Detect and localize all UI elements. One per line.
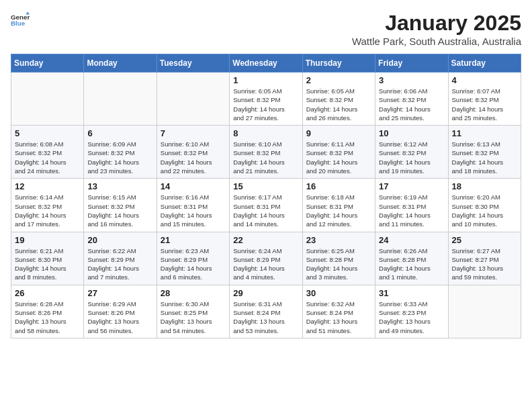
weekday-header-row: SundayMondayTuesdayWednesdayThursdayFrid… <box>11 54 521 73</box>
day-number: 13 <box>87 181 152 191</box>
day-number: 1 <box>233 75 298 85</box>
day-info: Sunrise: 6:11 AM Sunset: 8:32 PM Dayligh… <box>306 140 371 175</box>
calendar-cell: 25Sunrise: 6:27 AM Sunset: 8:27 PM Dayli… <box>448 232 521 285</box>
day-number: 23 <box>306 235 371 245</box>
day-number: 10 <box>379 128 444 138</box>
day-number: 22 <box>233 235 298 245</box>
day-info: Sunrise: 6:16 AM Sunset: 8:31 PM Dayligh… <box>161 193 226 228</box>
calendar-cell: 8Sunrise: 6:10 AM Sunset: 8:32 PM Daylig… <box>230 126 302 179</box>
logo-icon: General Blue <box>11 11 30 30</box>
calendar-cell: 30Sunrise: 6:32 AM Sunset: 8:24 PM Dayli… <box>302 285 375 338</box>
day-number: 3 <box>379 75 444 85</box>
calendar-cell: 28Sunrise: 6:30 AM Sunset: 8:25 PM Dayli… <box>157 285 229 338</box>
day-info: Sunrise: 6:33 AM Sunset: 8:23 PM Dayligh… <box>379 300 444 335</box>
day-info: Sunrise: 6:09 AM Sunset: 8:32 PM Dayligh… <box>87 140 152 175</box>
day-info: Sunrise: 6:12 AM Sunset: 8:32 PM Dayligh… <box>379 140 444 175</box>
day-number: 24 <box>379 235 444 245</box>
day-number: 5 <box>15 128 80 138</box>
day-number: 27 <box>87 288 152 298</box>
day-info: Sunrise: 6:21 AM Sunset: 8:30 PM Dayligh… <box>15 246 80 282</box>
day-number: 14 <box>161 181 226 191</box>
day-number: 20 <box>87 235 152 245</box>
day-info: Sunrise: 6:14 AM Sunset: 8:32 PM Dayligh… <box>15 193 80 228</box>
day-number: 4 <box>452 75 517 85</box>
day-number: 18 <box>452 181 517 191</box>
day-info: Sunrise: 6:28 AM Sunset: 8:26 PM Dayligh… <box>15 300 80 335</box>
calendar-cell: 10Sunrise: 6:12 AM Sunset: 8:32 PM Dayli… <box>375 126 448 179</box>
day-info: Sunrise: 6:31 AM Sunset: 8:24 PM Dayligh… <box>233 300 298 335</box>
day-number: 9 <box>306 128 371 138</box>
day-info: Sunrise: 6:13 AM Sunset: 8:32 PM Dayligh… <box>452 140 517 175</box>
week-row-2: 5Sunrise: 6:08 AM Sunset: 8:32 PM Daylig… <box>11 126 521 179</box>
day-info: Sunrise: 6:15 AM Sunset: 8:32 PM Dayligh… <box>87 193 152 228</box>
day-info: Sunrise: 6:06 AM Sunset: 8:32 PM Dayligh… <box>379 87 444 122</box>
calendar-cell: 13Sunrise: 6:15 AM Sunset: 8:32 PM Dayli… <box>84 179 157 232</box>
calendar-cell: 21Sunrise: 6:23 AM Sunset: 8:29 PM Dayli… <box>157 232 229 285</box>
day-number: 28 <box>161 288 226 298</box>
calendar-cell: 6Sunrise: 6:09 AM Sunset: 8:32 PM Daylig… <box>84 126 157 179</box>
day-info: Sunrise: 6:18 AM Sunset: 8:31 PM Dayligh… <box>306 193 371 228</box>
day-number: 7 <box>161 128 226 138</box>
calendar-cell: 31Sunrise: 6:33 AM Sunset: 8:23 PM Dayli… <box>375 285 448 338</box>
day-info: Sunrise: 6:24 AM Sunset: 8:29 PM Dayligh… <box>233 246 298 282</box>
day-info: Sunrise: 6:22 AM Sunset: 8:29 PM Dayligh… <box>87 246 152 282</box>
week-row-5: 26Sunrise: 6:28 AM Sunset: 8:26 PM Dayli… <box>11 285 521 338</box>
calendar-cell <box>448 285 521 338</box>
week-row-1: 1Sunrise: 6:05 AM Sunset: 8:32 PM Daylig… <box>11 73 521 126</box>
day-number: 11 <box>452 128 517 138</box>
day-info: Sunrise: 6:10 AM Sunset: 8:32 PM Dayligh… <box>161 140 226 175</box>
calendar-cell: 3Sunrise: 6:06 AM Sunset: 8:32 PM Daylig… <box>375 73 448 126</box>
calendar-cell: 9Sunrise: 6:11 AM Sunset: 8:32 PM Daylig… <box>302 126 375 179</box>
calendar-cell: 27Sunrise: 6:29 AM Sunset: 8:26 PM Dayli… <box>84 285 157 338</box>
calendar-cell: 14Sunrise: 6:16 AM Sunset: 8:31 PM Dayli… <box>157 179 229 232</box>
day-info: Sunrise: 6:29 AM Sunset: 8:26 PM Dayligh… <box>87 300 152 335</box>
day-info: Sunrise: 6:30 AM Sunset: 8:25 PM Dayligh… <box>161 300 226 335</box>
calendar-cell: 22Sunrise: 6:24 AM Sunset: 8:29 PM Dayli… <box>230 232 302 285</box>
day-number: 30 <box>306 288 371 298</box>
svg-text:Blue: Blue <box>11 19 26 27</box>
calendar-cell <box>157 73 229 126</box>
calendar-cell: 26Sunrise: 6:28 AM Sunset: 8:26 PM Dayli… <box>11 285 84 338</box>
calendar-cell: 29Sunrise: 6:31 AM Sunset: 8:24 PM Dayli… <box>230 285 302 338</box>
day-info: Sunrise: 6:23 AM Sunset: 8:29 PM Dayligh… <box>161 246 226 282</box>
month-title: January 2025 <box>352 11 521 36</box>
day-number: 2 <box>306 75 371 85</box>
day-number: 12 <box>15 181 80 191</box>
day-number: 21 <box>161 235 226 245</box>
weekday-header-tuesday: Tuesday <box>157 54 229 73</box>
calendar-cell: 19Sunrise: 6:21 AM Sunset: 8:30 PM Dayli… <box>11 232 84 285</box>
page-header: General Blue January 2025 Wattle Park, S… <box>11 11 521 47</box>
weekday-header-thursday: Thursday <box>302 54 375 73</box>
day-info: Sunrise: 6:26 AM Sunset: 8:28 PM Dayligh… <box>379 246 444 282</box>
day-info: Sunrise: 6:17 AM Sunset: 8:31 PM Dayligh… <box>233 193 298 228</box>
day-number: 6 <box>87 128 152 138</box>
day-info: Sunrise: 6:25 AM Sunset: 8:28 PM Dayligh… <box>306 246 371 282</box>
calendar-table: SundayMondayTuesdayWednesdayThursdayFrid… <box>11 54 521 338</box>
calendar-cell: 2Sunrise: 6:05 AM Sunset: 8:32 PM Daylig… <box>302 73 375 126</box>
day-info: Sunrise: 6:05 AM Sunset: 8:32 PM Dayligh… <box>233 87 298 122</box>
calendar-cell: 20Sunrise: 6:22 AM Sunset: 8:29 PM Dayli… <box>84 232 157 285</box>
weekday-header-sunday: Sunday <box>11 54 84 73</box>
calendar-cell: 16Sunrise: 6:18 AM Sunset: 8:31 PM Dayli… <box>302 179 375 232</box>
title-block: January 2025 Wattle Park, South Australi… <box>352 11 521 47</box>
calendar-cell: 23Sunrise: 6:25 AM Sunset: 8:28 PM Dayli… <box>302 232 375 285</box>
day-info: Sunrise: 6:10 AM Sunset: 8:32 PM Dayligh… <box>233 140 298 175</box>
day-number: 15 <box>233 181 298 191</box>
weekday-header-wednesday: Wednesday <box>230 54 302 73</box>
logo: General Blue <box>11 11 30 30</box>
day-info: Sunrise: 6:32 AM Sunset: 8:24 PM Dayligh… <box>306 300 371 335</box>
day-info: Sunrise: 6:07 AM Sunset: 8:32 PM Dayligh… <box>452 87 517 122</box>
calendar-cell: 11Sunrise: 6:13 AM Sunset: 8:32 PM Dayli… <box>448 126 521 179</box>
calendar-cell: 24Sunrise: 6:26 AM Sunset: 8:28 PM Dayli… <box>375 232 448 285</box>
day-number: 26 <box>15 288 80 298</box>
day-number: 29 <box>233 288 298 298</box>
day-number: 8 <box>233 128 298 138</box>
calendar-cell: 1Sunrise: 6:05 AM Sunset: 8:32 PM Daylig… <box>230 73 302 126</box>
calendar-cell: 18Sunrise: 6:20 AM Sunset: 8:30 PM Dayli… <box>448 179 521 232</box>
calendar-cell: 12Sunrise: 6:14 AM Sunset: 8:32 PM Dayli… <box>11 179 84 232</box>
day-info: Sunrise: 6:08 AM Sunset: 8:32 PM Dayligh… <box>15 140 80 175</box>
day-number: 17 <box>379 181 444 191</box>
weekday-header-monday: Monday <box>84 54 157 73</box>
day-info: Sunrise: 6:19 AM Sunset: 8:31 PM Dayligh… <box>379 193 444 228</box>
calendar-cell: 4Sunrise: 6:07 AM Sunset: 8:32 PM Daylig… <box>448 73 521 126</box>
